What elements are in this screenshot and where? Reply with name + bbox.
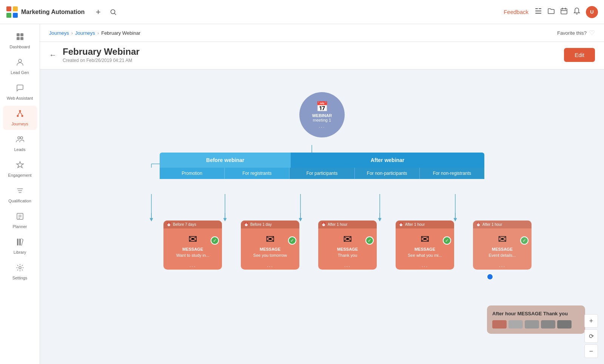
webinar-node[interactable]: 📅 WEBINAR meeting 1 ... [299,92,345,137]
mail-icon-1: ✉ [266,233,274,245]
message-node-1[interactable]: ⏰ Before 1 day ✉ MESSAGE See you tomorro… [241,221,299,270]
sub-registrants: For registrants [225,168,290,179]
back-button[interactable]: ← [49,51,57,59]
breadcrumb-journeys1[interactable]: Journeys [49,30,69,36]
add-button[interactable]: + [92,6,104,18]
sidebar-label-dashboard: Dashboard [10,45,30,49]
sidebar-item-settings[interactable]: Settings [3,260,37,284]
sidebar-label-settings: Settings [12,276,28,280]
check-badge-2: ✓ [365,236,374,245]
node0-label: MESSAGE [182,247,203,251]
svg-rect-10 [561,9,567,14]
favorite-icon[interactable]: ♡ [589,29,595,37]
node4-dots: ... [473,261,532,270]
feedback-button[interactable]: Feedback [504,9,528,15]
sidebar-item-journeys[interactable]: Journeys [3,106,37,130]
sidebar-item-qualification[interactable]: Qualification [3,183,37,207]
settings-icon [16,264,24,274]
bell-icon[interactable] [573,7,581,17]
main-layout: Dashboard Lead Gen Web Assistant [0,24,604,364]
dashboard-icon [16,32,24,43]
node3-name: See what you mi... [408,253,442,258]
pill-2 [508,320,523,329]
sidebar-item-leads[interactable]: Leads [3,131,37,156]
clock-icon-2: ⏰ [321,222,326,227]
svg-point-32 [19,267,21,269]
node3-timing: After 1 hour [405,222,425,227]
sidebar-item-engagement[interactable]: Engagement [3,157,37,181]
check-badge-3: ✓ [443,236,451,245]
page-title: February Webinar [63,46,558,57]
svg-point-18 [18,59,22,62]
topbar-right: Feedback U [504,6,598,18]
node3-dots: ... [396,261,454,270]
folder-icon[interactable] [547,7,555,17]
sidebar-item-library[interactable]: Library [3,234,37,258]
topbar: Marketing Automation + Feedback U [0,0,604,24]
svg-rect-2 [6,13,11,18]
sub-nonregistrants: For non-registrants [420,168,484,179]
webinar-subtitle: meeting 1 [313,118,331,122]
engagement-icon [16,161,24,171]
message-node-0[interactable]: ⏰ Before 7 days ✉ MESSAGE Want to study … [163,221,222,270]
leadgen-icon [16,58,24,69]
mail-icon-2: ✉ [343,233,352,245]
clock-icon-3: ⏰ [399,222,403,227]
svg-point-21 [21,115,23,117]
zoom-reset-button[interactable]: ⟳ [584,329,598,343]
branch-subheaders: Promotion For registrants For participan… [160,168,484,179]
tooltip-overlay: After hour MESSAGE Thank you [487,305,585,334]
node0-header: ⏰ Before 7 days [163,221,222,228]
clock-icon-0: ⏰ [166,222,171,227]
pill-5 [557,320,572,329]
sub-promotion: Promotion [160,168,225,179]
branch-headers: Before webinar After webinar [160,153,484,168]
app-title: Marketing Automation [21,9,85,15]
breadcrumb-journeys2[interactable]: Journeys [75,30,95,36]
check-badge-1: ✓ [288,236,296,245]
svg-rect-7 [535,11,541,11]
message-node-2[interactable]: ⏰ After 1 hour ✉ MESSAGE Thank you ... ✓ [318,221,377,270]
search-icon [110,9,117,15]
tooltip-pills [492,320,580,329]
sidebar-item-dashboard[interactable]: Dashboard [3,29,37,53]
svg-rect-9 [539,8,541,9]
sidebar-label-library: Library [14,250,26,254]
svg-rect-15 [20,33,23,36]
after-webinar-header: After webinar [291,153,484,168]
pill-1 [492,320,507,329]
message-node-4[interactable]: ⏰ After 1 hour ✉ MESSAGE Event details..… [473,221,532,270]
zoom-in-button[interactable]: + [584,314,598,328]
edit-button[interactable]: Edit [564,48,595,62]
sidebar-label-webassistant: Web Assistant [7,96,33,100]
mail-icon-0: ✉ [188,233,197,245]
sidebar-item-planner[interactable]: Planner [3,208,37,233]
list-icon[interactable] [535,7,542,17]
svg-rect-0 [6,6,11,11]
svg-rect-8 [535,13,541,14]
search-button[interactable] [107,6,119,18]
sidebar-label-leadgen: Lead Gen [11,70,29,75]
node2-header: ⏰ After 1 hour [318,221,377,228]
node2-name: Thank you [338,253,357,258]
calendar-icon[interactable] [560,7,568,17]
branch-container: Before webinar After webinar Promotion F… [160,153,484,179]
svg-point-24 [18,137,20,139]
breadcrumb-current: February Webinar [101,30,140,36]
svg-point-25 [20,137,23,139]
sidebar-item-leadgen[interactable]: Lead Gen [3,54,37,79]
zoom-out-button[interactable]: − [584,344,598,358]
message-node-3[interactable]: ⏰ After 1 hour ✉ MESSAGE See what you mi… [396,221,454,270]
user-avatar[interactable]: U [586,6,598,18]
node3-header: ⏰ After 1 hour [396,221,454,228]
node3-label: MESSAGE [414,247,435,251]
app-logo[interactable]: Marketing Automation [6,6,85,18]
sidebar-item-webassistant[interactable]: Web Assistant [3,80,37,104]
sidebar-label-leads: Leads [14,147,26,152]
svg-rect-6 [535,8,538,9]
pill-4 [541,320,555,329]
svg-rect-17 [20,37,23,40]
selection-dot [487,273,493,280]
sub-nonparticipants: For non-participants [355,168,420,179]
node1-name: See you tomorrow [253,253,287,258]
